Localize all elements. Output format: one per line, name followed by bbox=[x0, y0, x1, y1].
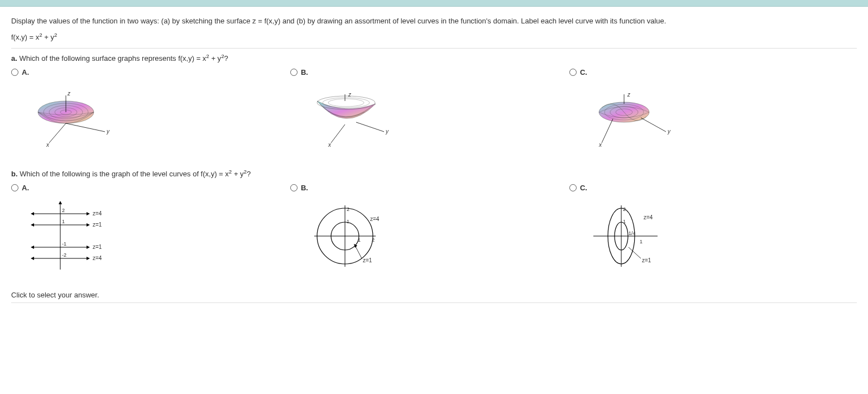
svg-line-6 bbox=[49, 123, 66, 143]
svg-text:z=1: z=1 bbox=[363, 257, 372, 263]
svg-marker-22 bbox=[59, 201, 62, 204]
radio-icon[interactable] bbox=[11, 69, 18, 76]
z-label: z bbox=[627, 92, 631, 98]
svg-line-12 bbox=[331, 124, 345, 143]
svg-text:1: 1 bbox=[640, 239, 642, 244]
option-b-b: B. 2 1 1 2 z=4 z=1 bbox=[290, 184, 569, 274]
svg-text:z=4: z=4 bbox=[93, 210, 102, 217]
part-b-prompt: b. Which of the following is the graph o… bbox=[11, 170, 857, 178]
x-label: x bbox=[328, 142, 332, 148]
svg-text:z=1: z=1 bbox=[93, 222, 102, 228]
y-label: y bbox=[667, 128, 671, 134]
option-a-c-header[interactable]: C. bbox=[569, 68, 587, 76]
svg-point-9 bbox=[323, 98, 370, 108]
content-area: Display the values of the function in tw… bbox=[0, 7, 868, 313]
surface-graph-b: z x y bbox=[306, 84, 395, 158]
option-a-a-label: A. bbox=[22, 68, 29, 76]
option-b-c: C. 2 1 1/4 1 z=4 z=1 bbox=[569, 184, 848, 274]
svg-text:1: 1 bbox=[347, 219, 349, 224]
part-a-options: A. bbox=[11, 68, 857, 158]
svg-point-10 bbox=[328, 99, 364, 107]
svg-marker-53 bbox=[354, 244, 357, 248]
radio-icon[interactable] bbox=[290, 69, 298, 76]
svg-marker-39 bbox=[31, 257, 34, 260]
svg-text:z=4: z=4 bbox=[644, 214, 653, 220]
option-b-b-label: B. bbox=[301, 184, 308, 192]
z-label: z bbox=[348, 92, 352, 98]
svg-marker-25 bbox=[87, 212, 90, 215]
option-a-b: B. bbox=[290, 68, 569, 158]
option-b-a-label: A. bbox=[22, 184, 29, 192]
svg-line-20 bbox=[641, 118, 666, 132]
top-bar bbox=[0, 0, 868, 7]
svg-text:2: 2 bbox=[623, 206, 626, 212]
footer-instruction: Click to select your answer. bbox=[11, 291, 857, 303]
option-b-a-header[interactable]: A. bbox=[11, 184, 29, 192]
radio-icon[interactable] bbox=[11, 184, 18, 191]
svg-line-52 bbox=[355, 246, 362, 258]
svg-text:1/4: 1/4 bbox=[629, 230, 636, 236]
svg-marker-29 bbox=[31, 223, 34, 227]
svg-line-19 bbox=[602, 119, 613, 143]
option-a-c: C. bbox=[569, 68, 848, 158]
svg-text:1: 1 bbox=[623, 219, 626, 224]
part-b-options: A. 2 z=4 bbox=[11, 184, 857, 274]
y-label: y bbox=[106, 128, 110, 134]
svg-line-7 bbox=[66, 123, 105, 132]
svg-text:z=1: z=1 bbox=[93, 244, 102, 250]
svg-marker-34 bbox=[31, 246, 34, 249]
level-graph-c: 2 1 1/4 1 z=4 z=1 bbox=[585, 200, 674, 274]
option-a-c-label: C. bbox=[580, 68, 587, 76]
svg-marker-24 bbox=[31, 212, 34, 215]
svg-text:1: 1 bbox=[62, 219, 65, 224]
option-b-c-header[interactable]: C. bbox=[569, 184, 587, 192]
svg-text:z=4: z=4 bbox=[93, 255, 102, 261]
svg-text:z=4: z=4 bbox=[370, 216, 380, 222]
svg-text:z=1: z=1 bbox=[642, 257, 651, 263]
radio-icon[interactable] bbox=[569, 184, 577, 191]
intro-text: Display the values of the function in tw… bbox=[11, 17, 857, 25]
option-b-a: A. 2 z=4 bbox=[11, 184, 290, 274]
y-label: y bbox=[385, 128, 389, 134]
svg-line-13 bbox=[356, 122, 384, 132]
option-b-c-label: C. bbox=[580, 184, 587, 192]
option-b-b-header[interactable]: B. bbox=[290, 184, 308, 192]
option-a-a: A. bbox=[11, 68, 290, 158]
svg-text:2: 2 bbox=[62, 208, 65, 213]
x-label: x bbox=[598, 142, 602, 148]
svg-text:-2: -2 bbox=[62, 252, 66, 258]
intro-formula: f(x,y) = x2 + y2 bbox=[11, 33, 857, 41]
option-a-b-label: B. bbox=[301, 68, 308, 76]
svg-marker-35 bbox=[87, 246, 90, 249]
option-a-a-header[interactable]: A. bbox=[11, 68, 29, 76]
level-graph-a: 2 z=4 1 z=1 -1 z=1 bbox=[27, 200, 116, 274]
part-a: a. Which of the following surface graphs… bbox=[11, 54, 857, 158]
svg-text:2: 2 bbox=[347, 206, 349, 212]
radio-icon[interactable] bbox=[569, 69, 577, 76]
svg-marker-40 bbox=[87, 257, 90, 260]
radio-icon[interactable] bbox=[290, 184, 298, 191]
z-label: z bbox=[67, 90, 71, 97]
svg-text:-1: -1 bbox=[62, 241, 66, 247]
part-a-prompt: a. Which of the following surface graphs… bbox=[11, 54, 857, 63]
x-label: x bbox=[46, 142, 50, 148]
option-a-b-header[interactable]: B. bbox=[290, 68, 308, 76]
problem-intro: Display the values of the function in tw… bbox=[11, 17, 857, 49]
surface-graph-c: z x y bbox=[585, 84, 674, 158]
svg-point-8 bbox=[317, 96, 375, 109]
part-b: b. Which of the following is the graph o… bbox=[11, 170, 857, 274]
svg-text:1: 1 bbox=[358, 237, 361, 243]
surface-graph-a: z x y bbox=[27, 84, 116, 158]
level-graph-b: 2 1 1 2 z=4 z=1 bbox=[306, 200, 395, 274]
svg-text:2: 2 bbox=[372, 237, 375, 243]
svg-marker-30 bbox=[87, 223, 90, 227]
